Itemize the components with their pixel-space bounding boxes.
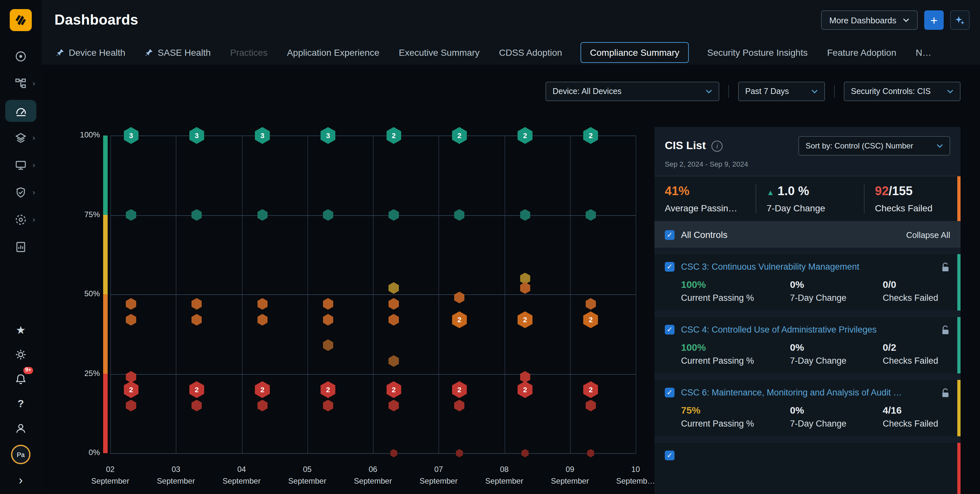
sidebar-item-reports[interactable] — [5, 236, 36, 258]
hex-marker[interactable]: 3 — [124, 127, 138, 144]
sidebar-item-workflows[interactable]: › — [5, 73, 36, 95]
tab-device-health[interactable]: Device Health — [54, 43, 126, 62]
hex-marker[interactable] — [456, 449, 463, 457]
hex-marker[interactable] — [257, 209, 267, 221]
hex-marker[interactable]: 3 — [321, 127, 336, 144]
sidebar-item-security[interactable]: › — [5, 181, 36, 203]
hex-marker[interactable] — [388, 314, 399, 326]
sidebar-item-dashboards[interactable] — [5, 100, 36, 122]
hex-marker[interactable]: 2 — [583, 127, 598, 144]
info-icon[interactable]: i — [712, 140, 723, 151]
hex-marker[interactable]: 2 — [386, 127, 401, 144]
hex-marker[interactable] — [126, 371, 136, 383]
hex-marker[interactable] — [257, 298, 267, 310]
hex-marker[interactable] — [388, 209, 399, 221]
tab-feature-adoption[interactable]: Feature Adoption — [826, 43, 897, 62]
sidebar-item-monitor[interactable]: › — [5, 154, 36, 176]
hex-marker[interactable]: 2 — [583, 311, 598, 328]
hex-marker[interactable]: 2 — [386, 381, 401, 398]
hex-marker[interactable] — [587, 449, 594, 457]
help-button[interactable]: ? — [10, 396, 32, 412]
notifications-button[interactable]: 9+ — [10, 371, 32, 388]
hex-marker[interactable] — [585, 400, 596, 411]
time-range-dropdown[interactable]: Past 7 Days — [738, 82, 825, 101]
favorites-button[interactable]: ★ — [10, 322, 32, 338]
hex-marker[interactable] — [388, 400, 399, 411]
sidebar-item-activity[interactable]: › — [5, 127, 36, 149]
sidebar-item-overview[interactable] — [5, 45, 36, 67]
tab-practices[interactable]: Practices — [229, 43, 269, 62]
hex-marker[interactable] — [585, 209, 596, 221]
collapse-all-link[interactable]: Collapse All — [906, 230, 950, 240]
all-controls-checkbox[interactable]: ✓ — [665, 230, 675, 240]
hex-marker[interactable] — [126, 209, 136, 221]
hex-marker[interactable] — [585, 298, 596, 310]
hex-marker[interactable] — [520, 209, 530, 221]
hex-marker[interactable] — [192, 209, 202, 221]
hex-marker[interactable]: 2 — [517, 127, 533, 144]
hex-marker[interactable] — [192, 400, 202, 411]
tab-compliance-summary[interactable]: Compliance Summary — [580, 42, 689, 63]
tab-sase-health[interactable]: SASE Health — [143, 43, 212, 62]
hex-marker[interactable]: 2 — [452, 381, 467, 398]
hex-marker[interactable]: 2 — [189, 381, 204, 398]
hex-marker[interactable] — [388, 298, 399, 310]
csc-checkbox[interactable]: ✓ — [665, 325, 675, 335]
more-dashboards-button[interactable]: More Dashboards — [821, 10, 918, 30]
hex-marker[interactable]: 3 — [255, 127, 270, 144]
tab-executive-summary[interactable]: Executive Summary — [398, 43, 481, 62]
security-controls-dropdown[interactable]: Security Controls: CIS — [844, 82, 961, 101]
tab-n-[interactable]: N… — [915, 43, 933, 62]
csc-title-link[interactable]: CSC 4: Controlled Use of Administrative … — [681, 325, 931, 335]
hex-marker[interactable]: 2 — [255, 381, 270, 398]
hex-marker[interactable] — [126, 298, 136, 310]
hex-marker[interactable] — [520, 371, 530, 383]
hex-marker[interactable] — [522, 449, 528, 457]
hex-marker[interactable] — [126, 400, 136, 411]
tab-application-experience[interactable]: Application Experience — [286, 43, 381, 62]
csc-checkbox[interactable]: ✓ — [665, 451, 675, 460]
hex-marker[interactable] — [454, 400, 465, 411]
hex-marker[interactable] — [257, 400, 267, 411]
hex-marker[interactable]: 2 — [583, 381, 598, 398]
account-button[interactable] — [10, 420, 32, 437]
device-filter-dropdown[interactable]: Device: All Devices — [546, 82, 719, 101]
sidebar-expand-button[interactable]: › — [10, 472, 32, 489]
hex-marker[interactable] — [323, 314, 333, 326]
brand-logo-icon[interactable] — [10, 9, 32, 31]
hex-marker[interactable] — [520, 282, 530, 294]
hex-marker[interactable]: 2 — [517, 381, 533, 398]
hex-marker[interactable] — [323, 339, 333, 351]
sidebar-item-services[interactable]: › — [5, 209, 36, 231]
chevron-down-icon — [947, 89, 953, 93]
hex-marker[interactable] — [390, 449, 397, 457]
hex-marker[interactable] — [388, 282, 399, 294]
hex-marker[interactable] — [323, 298, 333, 310]
tab-security-posture-insights[interactable]: Security Posture Insights — [706, 43, 809, 62]
avatar[interactable]: Pa — [11, 445, 30, 464]
hex-marker[interactable]: 2 — [124, 381, 138, 398]
hex-marker[interactable]: 2 — [452, 127, 467, 144]
hex-marker[interactable] — [454, 209, 465, 221]
hex-marker[interactable]: 2 — [517, 311, 533, 328]
hex-marker[interactable]: 2 — [321, 381, 336, 398]
csc-title-link[interactable]: CSC 6: Maintenance, Monitoring and Analy… — [681, 388, 931, 397]
add-dashboard-button[interactable]: + — [924, 10, 944, 30]
hex-marker[interactable] — [257, 314, 267, 326]
hex-marker[interactable] — [192, 298, 202, 310]
hex-marker[interactable] — [454, 292, 465, 303]
hex-marker[interactable]: 3 — [189, 127, 204, 144]
hex-marker[interactable] — [126, 314, 136, 326]
settings-button[interactable] — [10, 346, 32, 363]
hex-marker[interactable]: 2 — [452, 311, 467, 328]
hex-marker[interactable] — [388, 355, 399, 367]
csc-checkbox[interactable]: ✓ — [665, 262, 675, 272]
hex-marker[interactable] — [192, 314, 202, 326]
tab-cdss-adoption[interactable]: CDSS Adoption — [498, 43, 563, 62]
hex-marker[interactable] — [323, 209, 333, 221]
ai-copilot-button[interactable] — [950, 10, 970, 30]
csc-checkbox[interactable]: ✓ — [665, 388, 675, 397]
hex-marker[interactable] — [323, 400, 333, 411]
csc-title-link[interactable]: CSC 3: Continuous Vulnerability Manageme… — [681, 262, 931, 272]
sort-by-dropdown[interactable]: Sort by: Control (CSC) Number — [799, 136, 950, 156]
